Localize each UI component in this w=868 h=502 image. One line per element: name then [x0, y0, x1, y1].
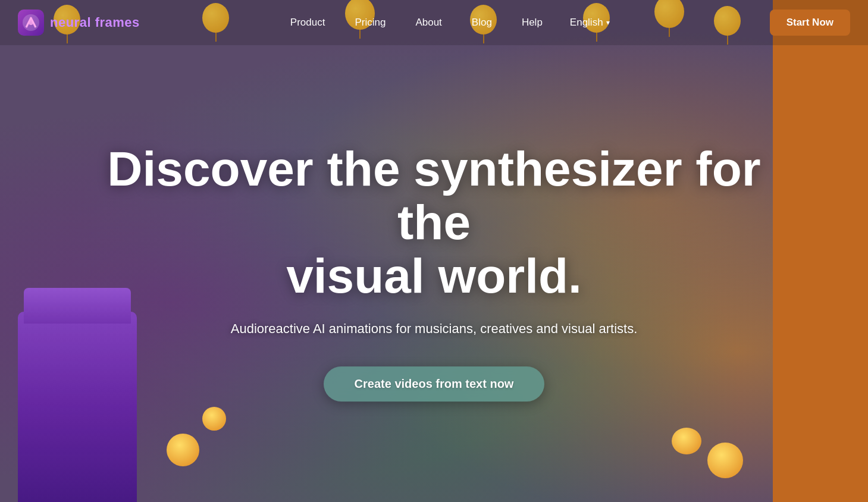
navbar: neural frames Product Pricing About Blog…	[0, 0, 868, 45]
orange-fruit-decoration	[672, 428, 701, 454]
start-now-button[interactable]: Start Now	[770, 10, 850, 36]
nav-item-help[interactable]: Help	[510, 17, 554, 29]
logo-text: neural frames	[50, 15, 140, 30]
nav-links: Product Pricing About Blog Help English …	[278, 12, 619, 33]
hero-content: Discover the synthesizer for the visual …	[107, 142, 762, 401]
nav-link-about[interactable]: About	[403, 12, 453, 33]
hero-title-line1: Discover the synthesizer for the	[107, 142, 760, 249]
language-selector[interactable]: English ▾	[560, 12, 619, 33]
right-decorative-panel	[773, 0, 868, 502]
cta-button[interactable]: Create videos from text now	[324, 366, 545, 401]
orange-fruit-decoration	[167, 434, 199, 466]
nav-item-pricing[interactable]: Pricing	[343, 17, 397, 29]
hero-title-line2: visual world.	[286, 249, 582, 303]
nav-link-help[interactable]: Help	[510, 12, 554, 33]
nav-link-product[interactable]: Product	[278, 12, 337, 33]
chevron-down-icon: ▾	[606, 18, 610, 27]
language-label: English	[570, 17, 603, 29]
svg-point-1	[29, 20, 33, 25]
hero-section: neural frames Product Pricing About Blog…	[0, 0, 868, 502]
hero-title: Discover the synthesizer for the visual …	[107, 142, 762, 303]
hero-subtitle: Audioreactive AI animations for musician…	[107, 321, 762, 337]
logo-link[interactable]: neural frames	[18, 10, 140, 36]
orange-fruit-decoration	[202, 407, 226, 431]
nav-item-blog[interactable]: Blog	[460, 17, 504, 29]
nav-item-product[interactable]: Product	[278, 17, 337, 29]
nav-link-pricing[interactable]: Pricing	[343, 12, 397, 33]
orange-fruit-decoration	[707, 443, 743, 478]
logo-icon	[18, 10, 44, 36]
nav-link-blog[interactable]: Blog	[460, 12, 504, 33]
nav-item-about[interactable]: About	[403, 17, 453, 29]
